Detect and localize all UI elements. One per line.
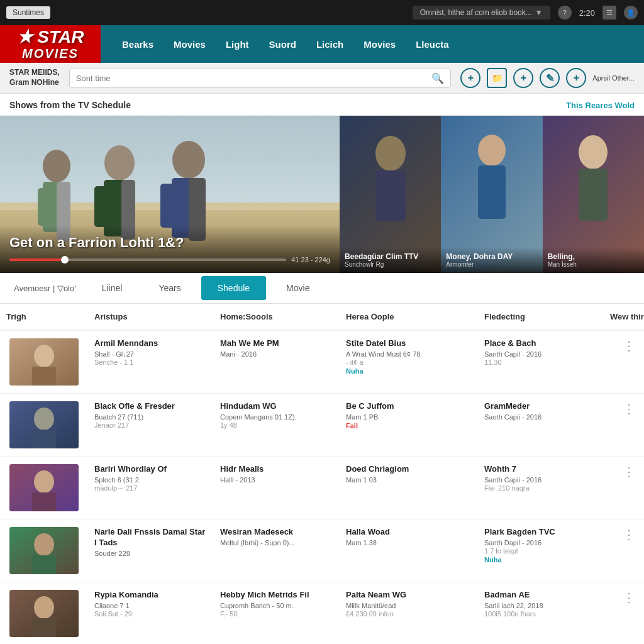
carousel-main[interactable]: Get on a Farrion Lohti 1&? 41 23 - 224g [0, 116, 340, 273]
search-input[interactable] [76, 74, 432, 83]
top-search-label[interactable]: Omnist, hlthe af com eliob book... ▼ [413, 6, 550, 19]
more-btn-0[interactable]: ⋮ [604, 336, 644, 356]
table-row: Barlri Whordlay Of Sploch 6 (31 2 mädulp… [0, 457, 644, 519]
col5-cell-2: Wohth 7 Santh Capii - 2016 Fle- 210 naqr… [478, 462, 604, 494]
more-btn-3[interactable]: ⋮ [604, 525, 644, 545]
svg-point-4 [104, 145, 135, 180]
suntimes-tag[interactable]: Suntimes [6, 6, 50, 19]
svg-rect-2 [38, 188, 49, 226]
nav-movies-2[interactable]: Movies [355, 34, 404, 55]
row3-link[interactable]: Nuha [484, 556, 502, 564]
tab-shedule[interactable]: Shedule [201, 276, 266, 300]
carousel-time: 41 23 - 224g [291, 256, 330, 264]
svg-rect-13 [375, 170, 406, 221]
nav-bearks[interactable]: Bearks [113, 34, 162, 55]
col3-cell-3: Wesiran Madeseck Meltul (Ibrhi) - Supn 0… [214, 525, 340, 549]
nav-suord[interactable]: Suord [260, 34, 305, 55]
add-button-1[interactable]: + [460, 68, 480, 88]
row-thumb-1 [9, 401, 79, 448]
svg-point-28 [34, 533, 54, 556]
table-row: Narle Dali Fnssis Damal Star I Tads Soud… [0, 519, 644, 582]
row0-link[interactable]: Nuha [346, 367, 364, 375]
col3-cell-1: Hindudam WG Copem Mangans 01 1Z). 1y 48 [214, 399, 340, 431]
tab-years[interactable]: Years [142, 276, 197, 300]
title-cell-4: Rypia Komandia Cllaone 7 1 Soli Sut - 29 [88, 587, 214, 620]
col-header-1: Aristups [88, 309, 214, 325]
nav-light[interactable]: Light [217, 34, 258, 55]
col4-cell-3: Halla Woad Mam 1.38 [340, 525, 478, 549]
schedule-header: Shows from the TV Schedule This Reares W… [0, 94, 644, 116]
carousel-progress[interactable]: 41 23 - 224g [9, 256, 330, 264]
carousel-thumb-0[interactable]: Beedagüar Clim TTV Sunchowlr Rg [340, 116, 441, 273]
svg-point-8 [172, 141, 205, 179]
thumb-subtitle-1: Armomfer [446, 261, 537, 268]
edit-button[interactable]: ✎ [540, 68, 560, 88]
table-row: Black Ofle & Fresder Buatch 27 (711) Jen… [0, 394, 644, 457]
col4-cell-2: Doed Chriagiom Mam 1 03 [340, 462, 478, 486]
col-header-5: Wew thir [604, 309, 644, 325]
svg-point-14 [478, 135, 506, 166]
row-thumb-img-0 [9, 338, 79, 386]
sub-header: STAR MEIIDS, Gram NOHine 🔍 + 📁 + ✎ + Apr… [0, 63, 644, 94]
tab-linel[interactable]: Liinel [86, 276, 139, 300]
add-button-2[interactable]: + [513, 68, 533, 88]
thumb-overlay-1: Money, Dohra DAY Armomfer [441, 247, 542, 273]
svg-rect-32 [32, 618, 56, 637]
table-header: Trigh Aristups Home:Soools Herea Oople F… [0, 304, 644, 331]
share-button[interactable]: + [566, 68, 586, 88]
search-button[interactable]: 🔍 [431, 72, 444, 84]
thumb-title-2: Belling, [548, 252, 639, 261]
title-cell-0: Armil Menndans Shall - Gl↓27 Senche - 1 … [88, 336, 214, 369]
main-header: ★ STAR MOVIES Bearks Movies Light Suord … [0, 25, 644, 63]
tabs-label: Avemoesr | ▽olo' [6, 277, 84, 299]
row-thumb-img-2 [9, 464, 79, 511]
row-thumb-2 [9, 464, 79, 511]
nav-lleucta[interactable]: Lleucta [407, 34, 458, 55]
more-btn-1[interactable]: ⋮ [604, 399, 644, 419]
svg-rect-23 [32, 430, 56, 448]
thumb-cell-0 [0, 336, 88, 388]
svg-point-22 [34, 408, 54, 430]
list-icon[interactable]: ☰ [602, 6, 616, 19]
carousel-thumb-2[interactable]: Belling, Man Ísseh [543, 116, 644, 273]
content: Shows from the TV Schedule This Reares W… [0, 94, 644, 644]
top-bar-left: Suntimes [6, 6, 50, 19]
col3-cell-4: Hebby Mich Metrids Fil Cupromh Banch - 5… [214, 587, 340, 620]
svg-rect-26 [32, 492, 56, 511]
sub-header-actions: + 📁 + ✎ + Aprsil Other... [460, 68, 635, 88]
col4-cell-4: Palta Neam WG Millk Manitü/ead £4 230 09… [340, 587, 478, 620]
row-thumb-img-1 [9, 401, 79, 448]
thumb-cell-2 [0, 462, 88, 514]
more-btn-4[interactable]: ⋮ [604, 587, 644, 608]
thumb-title-1: Money, Dohra DAY [446, 252, 537, 261]
thumb-overlay-2: Belling, Man Ísseh [543, 247, 644, 273]
table-section: Trigh Aristups Home:Soools Herea Oople F… [0, 304, 644, 644]
this-reares-link[interactable]: This Reares Wold [566, 101, 635, 110]
more-btn-2[interactable]: ⋮ [604, 462, 644, 482]
main-nav: Bearks Movies Light Suord Licich Movies … [101, 25, 644, 63]
user-icon[interactable]: 👤 [624, 6, 638, 19]
progress-fill [9, 258, 65, 261]
svg-rect-10 [160, 184, 175, 228]
help-icon[interactable]: ? [558, 6, 572, 19]
table-row: Rypia Komandia Cllaone 7 1 Soli Sut - 29… [0, 582, 644, 644]
top-bar-right: Omnist, hlthe af com eliob book... ▼ ? 2… [413, 6, 638, 19]
carousel-thumb-1[interactable]: Money, Dohra DAY Armomfer [441, 116, 542, 273]
svg-rect-6 [94, 186, 108, 227]
thumb-figure-0 [353, 128, 428, 229]
progress-thumb [61, 256, 69, 264]
folder-button[interactable]: 📁 [487, 68, 507, 88]
thumb-figure-2 [555, 128, 631, 229]
nav-licich[interactable]: Licich [308, 34, 352, 55]
tab-movie[interactable]: Movie [270, 276, 326, 300]
col-header-0: Trigh [0, 309, 88, 325]
row1-fail: Fail [346, 422, 358, 430]
col3-cell-0: Mah We Me PM Mani - 2016 [214, 336, 340, 360]
svg-point-19 [34, 345, 54, 367]
svg-point-0 [43, 150, 70, 182]
svg-point-12 [375, 136, 406, 171]
nav-movies-1[interactable]: Movies [165, 34, 214, 55]
row-thumb-4 [9, 590, 79, 637]
col-header-3: Herea Oople [340, 309, 478, 325]
search-bar[interactable]: 🔍 [69, 69, 452, 88]
